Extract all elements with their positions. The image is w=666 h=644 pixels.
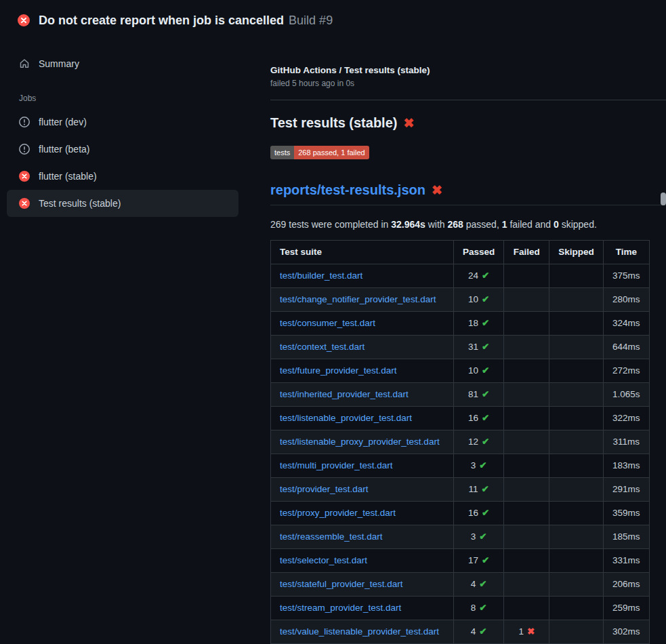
- home-icon: [19, 58, 30, 69]
- table-row: test/value_listenable_provider_test.dart…: [271, 620, 650, 644]
- suite-link[interactable]: test/change_notifier_provider_test.dart: [280, 294, 436, 304]
- check-icon: ✔: [482, 484, 489, 494]
- sidebar-item-job[interactable]: flutter (stable): [7, 163, 238, 190]
- time-value: 331ms: [603, 549, 649, 573]
- suite-link[interactable]: test/reassemble_test.dart: [280, 531, 383, 542]
- skipped-value: [549, 288, 604, 312]
- time-value: 291ms: [603, 478, 649, 502]
- col-header-failed: Failed: [504, 241, 549, 264]
- col-header-time: Time: [603, 241, 649, 264]
- table-row: test/reassemble_test.dart 3✔ ✖ 185ms: [271, 525, 650, 549]
- summary-part: skipped.: [559, 219, 597, 230]
- x-circle-icon: [18, 14, 30, 26]
- skipped-value: [549, 573, 604, 597]
- suite-link[interactable]: test/builder_test.dart: [280, 270, 362, 281]
- run-meta: failed 5 hours ago in 0s: [270, 79, 666, 88]
- summary-failed-count: 1: [502, 219, 507, 230]
- suite-link[interactable]: test/multi_provider_test.dart: [280, 460, 393, 470]
- passed-count: 81: [468, 389, 478, 399]
- suite-link[interactable]: test/context_test.dart: [280, 342, 365, 352]
- table-row: test/multi_provider_test.dart 3✔ ✖ 183ms: [271, 454, 650, 478]
- passed-count: 4: [471, 626, 476, 637]
- passed-count: 11: [468, 484, 478, 494]
- table-row: test/inherited_provider_test.dart 81✔ ✖ …: [271, 383, 650, 407]
- col-header-skipped: Skipped: [549, 241, 604, 264]
- breadcrumb: GitHub Actions / Test results (stable): [270, 65, 666, 75]
- time-value: 359ms: [603, 502, 649, 525]
- skipped-value: [549, 549, 604, 573]
- passed-count: 3: [471, 531, 476, 542]
- report-fail-x-icon: ✖: [432, 184, 442, 197]
- sidebar-item-job[interactable]: flutter (beta): [7, 136, 238, 163]
- check-icon: ✔: [482, 413, 489, 423]
- warning-circle-icon: [19, 144, 30, 155]
- skipped-value: [549, 525, 604, 549]
- main-panel: GitHub Actions / Test results (stable) f…: [257, 38, 666, 644]
- sidebar-jobs-list: flutter (dev) flutter (beta): [0, 108, 257, 217]
- summary-text: 269 tests were completed in 32.964s with…: [270, 219, 666, 230]
- skipped-value: [549, 312, 604, 336]
- report-link[interactable]: reports/test-results.json: [270, 182, 425, 198]
- suite-link[interactable]: test/consumer_test.dart: [280, 318, 375, 328]
- scrollbar-thumb[interactable]: [661, 193, 666, 205]
- passed-count: 18: [468, 318, 478, 328]
- passed-count: 31: [468, 342, 478, 352]
- x-circle-icon: [19, 171, 30, 182]
- check-icon: ✔: [482, 342, 489, 352]
- suite-link[interactable]: test/listenable_proxy_provider_test.dart: [280, 437, 440, 447]
- sidebar-item-summary[interactable]: Summary: [7, 50, 238, 77]
- job-label: flutter (stable): [39, 171, 97, 182]
- x-icon: ✖: [527, 626, 535, 637]
- suite-link[interactable]: test/future_provider_test.dart: [280, 365, 397, 376]
- tests-badge: tests 268 passed, 1 failed: [270, 146, 369, 159]
- section-title-text: Test results (stable): [270, 115, 397, 131]
- suite-link[interactable]: test/value_listenable_provider_test.dart: [280, 626, 439, 637]
- skipped-value: [549, 407, 604, 430]
- job-label: Test results (stable): [39, 198, 121, 209]
- results-table: Test suite Passed Failed Skipped Time te…: [270, 240, 650, 644]
- passed-count: 3: [471, 460, 476, 470]
- passed-count: 12: [468, 437, 478, 447]
- job-label: flutter (dev): [39, 117, 87, 127]
- suite-link[interactable]: test/stateful_provider_test.dart: [280, 579, 403, 589]
- suite-link[interactable]: test/proxy_provider_test.dart: [280, 508, 396, 518]
- badge-value: 268 passed, 1 failed: [294, 146, 369, 159]
- time-value: 644ms: [603, 336, 649, 359]
- results-table-body: test/builder_test.dart 24✔ ✖ 375ms test/…: [271, 264, 650, 644]
- time-value: 280ms: [603, 288, 649, 312]
- summary-part: failed and: [507, 219, 554, 230]
- check-icon: ✔: [482, 365, 489, 376]
- page-title: Do not create report when job is cancell…: [39, 14, 284, 27]
- check-icon: ✔: [482, 508, 489, 518]
- table-row: test/listenable_proxy_provider_test.dart…: [271, 430, 650, 454]
- suite-link[interactable]: test/listenable_provider_test.dart: [280, 413, 412, 423]
- time-value: 322ms: [603, 407, 649, 430]
- suite-link[interactable]: test/stream_provider_test.dart: [280, 603, 401, 613]
- check-icon: ✔: [482, 437, 489, 447]
- passed-count: 17: [468, 555, 478, 565]
- sidebar-item-job[interactable]: flutter (dev): [7, 108, 238, 136]
- check-icon: ✔: [479, 460, 486, 470]
- check-icon: ✔: [482, 389, 489, 399]
- table-row: test/stream_provider_test.dart 8✔ ✖ 259m…: [271, 597, 650, 620]
- suite-link[interactable]: test/inherited_provider_test.dart: [280, 389, 409, 399]
- time-value: 272ms: [603, 359, 649, 383]
- job-label: flutter (beta): [39, 144, 89, 155]
- suite-link[interactable]: test/provider_test.dart: [280, 484, 369, 494]
- sidebar-item-job[interactable]: Test results (stable): [7, 190, 238, 217]
- passed-count: 16: [468, 508, 478, 518]
- table-row: test/stateful_provider_test.dart 4✔ ✖ 20…: [271, 573, 650, 597]
- sidebar-summary-label: Summary: [39, 58, 79, 69]
- failed-count: 1: [518, 626, 524, 637]
- check-icon: ✔: [479, 579, 486, 589]
- check-icon: ✔: [482, 294, 489, 304]
- suite-link[interactable]: test/selector_test.dart: [280, 555, 367, 565]
- col-header-passed: Passed: [454, 241, 504, 264]
- skipped-value: [549, 478, 604, 502]
- skipped-value: [549, 502, 604, 525]
- report-heading: reports/test-results.json ✖: [270, 182, 666, 205]
- time-value: 324ms: [603, 312, 649, 336]
- jobs-section-label: Jobs: [0, 77, 257, 108]
- table-row: test/listenable_provider_test.dart 16✔ ✖…: [271, 407, 650, 430]
- summary-passed-count: 268: [448, 219, 463, 230]
